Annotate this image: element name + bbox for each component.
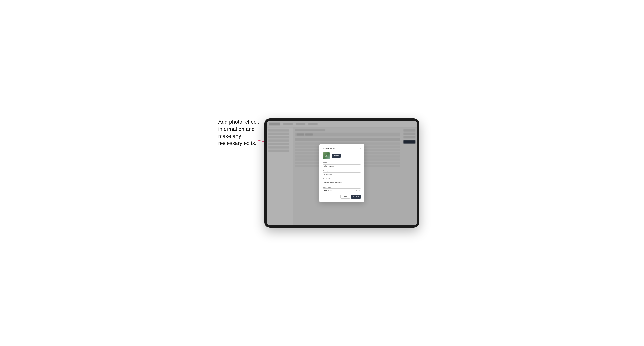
display-name-field-group: Display name (323, 170, 361, 176)
display-name-label: Display name (323, 170, 361, 172)
name-input[interactable] (323, 164, 361, 168)
email-label: Email address (323, 178, 361, 180)
school-year-input-wrapper: × ▲▼ (323, 188, 361, 192)
email-field-group: Email address (323, 178, 361, 184)
school-year-input[interactable] (323, 188, 361, 192)
upload-photo-button[interactable]: Upload (332, 154, 341, 158)
user-details-modal: User details × Upload (319, 144, 364, 202)
user-photo-thumbnail (323, 153, 330, 159)
save-button[interactable]: ⬆ Save (351, 195, 361, 199)
save-label: Save (355, 196, 359, 198)
svg-point-2 (326, 155, 327, 156)
person-icon (324, 154, 328, 158)
email-input[interactable] (323, 180, 361, 184)
modal-title-row: User details × (323, 148, 361, 150)
tablet-device: User details × Upload (264, 118, 419, 228)
name-label: Name (323, 162, 361, 164)
school-year-clear-icon[interactable]: × (356, 189, 357, 191)
tablet-screen: User details × Upload (267, 121, 417, 225)
school-year-field-group: School Year × ▲▼ (323, 186, 361, 192)
modal-close-button[interactable]: × (359, 148, 361, 150)
scene: Add photo, check information and make an… (218, 103, 426, 243)
cancel-button[interactable]: Cancel (340, 195, 350, 199)
school-year-label: School Year (323, 186, 361, 188)
modal-photo-row: Upload (323, 153, 361, 159)
modal-title: User details (323, 148, 335, 150)
modal-overlay: User details × Upload (267, 121, 417, 225)
display-name-input[interactable] (323, 173, 361, 176)
save-icon: ⬆ (353, 196, 354, 197)
name-field-group: Name (323, 162, 361, 168)
annotation-left-text: Add photo, check information and make an… (218, 119, 259, 146)
school-year-controls: × ▲▼ (356, 189, 360, 191)
modal-footer: Cancel ⬆ Save (323, 195, 361, 199)
school-year-dropdown-icon[interactable]: ▲▼ (357, 189, 360, 191)
